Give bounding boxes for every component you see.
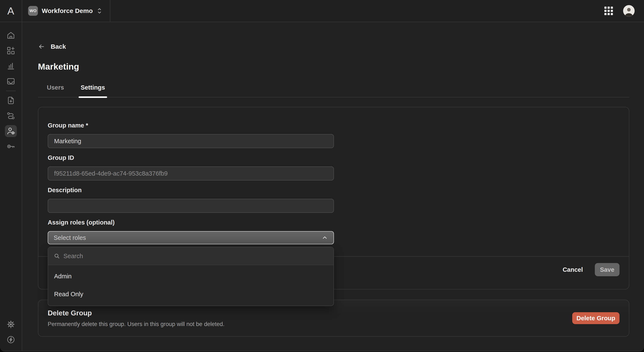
group-id-label: Group ID (48, 154, 620, 161)
tab-settings[interactable]: Settings (81, 84, 105, 97)
page-title: Marketing (38, 62, 629, 72)
group-id-input (48, 166, 334, 180)
org-switcher[interactable]: WO Workforce Demo (22, 0, 110, 22)
roles-dropdown: Admin Read Only (48, 247, 334, 306)
topbar-spacer (110, 0, 604, 22)
roles-select-wrap: Select roles (48, 231, 334, 244)
search-icon (54, 253, 60, 259)
settings-gear-icon (6, 320, 16, 329)
chevron-up-icon (322, 235, 328, 241)
sidebar-item-home[interactable] (5, 29, 17, 41)
topbar-actions (604, 0, 644, 22)
user-gear-icon (6, 126, 16, 136)
back-button[interactable]: Back (38, 43, 66, 50)
roles-select-placeholder: Select roles (54, 234, 86, 241)
group-name-label: Group name * (48, 122, 620, 129)
sidebar-item-new-document[interactable] (5, 94, 17, 106)
roles-options: Admin Read Only (48, 265, 334, 306)
app-logo[interactable]: A (0, 0, 22, 22)
role-option-read-only[interactable]: Read Only (48, 285, 334, 303)
sidebar (0, 22, 22, 351)
assign-roles-label: Assign roles (optional) (48, 219, 620, 226)
apps-grid-icon[interactable] (604, 6, 613, 15)
delete-group-text: Delete Group Permanently delete this gro… (48, 309, 224, 328)
sidebar-item-routes[interactable] (5, 110, 17, 122)
roles-search-row (48, 247, 334, 265)
sidebar-item-components[interactable] (5, 45, 17, 57)
org-name: Workforce Demo (42, 7, 93, 14)
sidebar-item-api-keys[interactable] (5, 140, 17, 152)
analytics-icon (6, 61, 16, 71)
roles-select[interactable]: Select roles (48, 231, 334, 244)
org-badge: WO (28, 6, 38, 16)
apps-add-icon (6, 46, 16, 55)
group-name-input[interactable] (48, 134, 334, 148)
sidebar-item-settings[interactable] (5, 318, 17, 330)
key-icon (6, 142, 16, 151)
sidebar-item-analytics[interactable] (5, 60, 17, 72)
inbox-icon (6, 77, 16, 86)
sidebar-bottom (5, 318, 17, 346)
delete-group-button[interactable]: Delete Group (572, 312, 620, 324)
user-avatar[interactable] (623, 5, 635, 16)
sidebar-item-status[interactable] (5, 334, 17, 346)
main-content: Back Marketing Users Settings Group name… (22, 22, 644, 351)
route-icon (6, 111, 16, 120)
sidebar-item-inbox[interactable] (5, 75, 17, 87)
tab-users[interactable]: Users (47, 84, 64, 97)
tab-bar: Users Settings (38, 84, 629, 97)
app-window: A WO Workforce Demo (0, 0, 644, 351)
home-icon (6, 31, 16, 40)
bolt-circle-icon (6, 335, 16, 344)
sidebar-item-groups[interactable] (5, 125, 17, 137)
group-settings-form: Group name * Group ID Description Assign… (38, 107, 629, 244)
description-input[interactable] (48, 199, 334, 213)
role-option-admin[interactable]: Admin (48, 267, 334, 285)
sidebar-divider (6, 91, 16, 91)
delete-group-description: Permanently delete this group. Users in … (48, 321, 224, 328)
cancel-button[interactable]: Cancel (563, 263, 583, 276)
topbar: A WO Workforce Demo (0, 0, 644, 22)
file-plus-icon (6, 96, 16, 105)
description-label: Description (48, 187, 620, 193)
logo-a-icon: A (7, 5, 14, 17)
back-label: Back (51, 43, 66, 50)
save-button[interactable]: Save (595, 263, 620, 276)
delete-group-title: Delete Group (48, 309, 224, 317)
roles-search-input[interactable] (64, 253, 328, 260)
arrow-left-icon (38, 43, 45, 50)
group-settings-card: Group name * Group ID Description Assign… (38, 107, 629, 290)
chevron-updown-icon (97, 6, 102, 15)
